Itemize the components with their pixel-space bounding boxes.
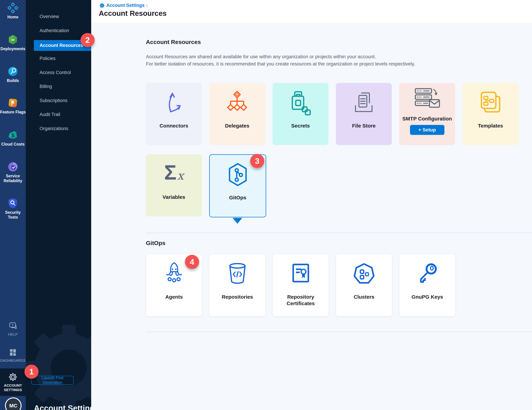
card-label: Agents	[165, 294, 183, 300]
service-reliability-icon	[0, 162, 26, 172]
breadcrumb: Account Settings ›	[99, 3, 148, 8]
file-store-icon	[351, 83, 376, 123]
sidebar-item-subscriptions[interactable]: Subscriptions	[39, 98, 67, 103]
rail-item-home[interactable]: Home	[0, 3, 26, 19]
section-divider-bottom	[146, 332, 532, 332]
home-icon	[0, 3, 26, 13]
main-content: Account Resources Account Resources are …	[91, 23, 532, 410]
help-icon: ?	[0, 322, 26, 331]
rail-item-security-tests[interactable]: Security Tests	[0, 198, 26, 220]
card-label: GnuPG Keys	[412, 294, 443, 300]
sidebar-item-policies[interactable]: Policies	[39, 56, 56, 61]
sidebar-item-label: Account Resources	[39, 43, 83, 48]
rail-item-service-reliability[interactable]: Service Reliability	[0, 162, 26, 183]
card-label: Delegates	[225, 123, 249, 129]
feature-flags-icon	[0, 98, 26, 108]
icon-rail: Home ∞ Deployments Builds	[0, 0, 26, 410]
card-label: GitOps	[229, 194, 246, 201]
card-templates[interactable]: Templates	[463, 83, 518, 145]
dashboards-icon	[0, 348, 26, 357]
launch-first-generation-button[interactable]: Launch First Generation	[31, 376, 74, 385]
description-line-2: For better isolation of resources, it is…	[146, 60, 415, 68]
sidebar-item-authentication[interactable]: Authentication	[39, 28, 69, 33]
secrets-icon	[287, 83, 314, 123]
rail-item-deployments[interactable]: ∞ Deployments	[0, 34, 26, 51]
card-repositories[interactable]: Repositories	[209, 254, 266, 316]
sidebar-item-access-control[interactable]: Access Control	[39, 70, 71, 75]
user-avatar[interactable]: MC	[5, 397, 21, 410]
section-description: Account Resources are shared and availab…	[146, 53, 415, 68]
breadcrumb-account-settings-link[interactable]: Account Settings	[106, 3, 144, 8]
rail-item-cloud-costs[interactable]: $ Cloud Costs	[0, 130, 26, 146]
rail-item-builds[interactable]: Builds	[0, 66, 26, 83]
security-tests-icon	[0, 198, 26, 209]
connectors-icon	[162, 83, 186, 123]
deployments-icon: ∞	[0, 34, 26, 45]
delegates-icon	[224, 83, 250, 123]
sidebar-item-overview[interactable]: Overview	[39, 14, 59, 19]
annotation-badge-4: 4	[185, 255, 199, 269]
annotation-badge-2: 2	[81, 33, 95, 47]
card-label: Connectors	[160, 123, 188, 129]
card-label: Templates	[478, 123, 503, 129]
settings-sidebar: Overview Authentication Account Resource…	[26, 0, 91, 410]
breadcrumb-separator: ›	[146, 3, 148, 8]
card-connectors[interactable]: Connectors	[146, 83, 202, 145]
card-variables[interactable]: Σx Variables	[146, 154, 202, 216]
agents-icon	[162, 254, 186, 294]
clusters-icon	[352, 254, 376, 294]
card-gnupg-keys[interactable]: GnuPG Keys	[399, 254, 456, 316]
rail-item-feature-flags[interactable]: Feature Flags	[0, 98, 26, 114]
settings-gear-icon	[99, 3, 104, 8]
svg-text:$: $	[11, 132, 14, 138]
smtp-setup-button[interactable]: + Setup	[410, 125, 444, 135]
card-label: File Store	[352, 123, 376, 129]
smtp-configuration-icon	[413, 83, 441, 116]
card-label: SMTP Configuration	[402, 116, 452, 122]
templates-icon	[478, 83, 503, 123]
sidebar-item-billing[interactable]: Billing	[39, 84, 52, 89]
gitops-icon	[226, 155, 250, 194]
card-secrets[interactable]: Secrets	[273, 83, 328, 145]
section-divider-top	[146, 233, 532, 233]
gitops-pointer-arrow	[233, 218, 242, 224]
card-label-line1: Repository	[287, 294, 315, 300]
description-line-1: Account Resources are shared and availab…	[146, 53, 415, 60]
card-file-store[interactable]: File Store	[336, 83, 392, 145]
rail-item-help[interactable]: ? HELP	[0, 322, 26, 337]
gnupg-keys-icon	[415, 254, 439, 294]
card-clusters[interactable]: Clusters	[336, 254, 392, 316]
variables-icon: Σx	[164, 154, 184, 194]
card-label: Clusters	[354, 294, 374, 300]
card-label: Variables	[162, 194, 185, 200]
rail-item-dashboards[interactable]: DASHBOARDS	[0, 348, 26, 363]
card-smtp-configuration[interactable]: SMTP Configuration + Setup	[399, 83, 455, 145]
annotation-badge-3: 3	[250, 154, 264, 168]
section-title: Account Resources	[146, 39, 201, 45]
builds-icon	[0, 66, 26, 77]
sidebar-item-organizations[interactable]: Organizations	[39, 126, 68, 131]
repository-certificates-icon	[289, 254, 313, 294]
page-title: Account Resources	[99, 9, 167, 18]
rail-item-account-settings[interactable]: ACCOUNT SETTINGS	[0, 372, 26, 392]
cloud-costs-icon: $	[0, 130, 26, 140]
card-label: Secrets	[291, 123, 310, 129]
gear-icon	[0, 372, 26, 382]
card-delegates[interactable]: Delegates	[209, 83, 265, 145]
card-repository-certificates[interactable]: Repository Certificates	[273, 254, 329, 316]
card-label: Repositories	[222, 294, 253, 300]
svg-text:?: ?	[11, 323, 14, 327]
repositories-icon	[225, 254, 249, 294]
svg-text:∞: ∞	[11, 37, 14, 42]
annotation-badge-1: 1	[24, 365, 38, 379]
gitops-section-title: GitOps	[146, 240, 165, 246]
sidebar-footer-title: Account Settings	[34, 403, 91, 410]
sidebar-item-audit-trail[interactable]: Audit Trail	[39, 112, 60, 117]
card-label-line2: Certificates	[287, 300, 315, 307]
card-label: Repository Certificates	[287, 294, 315, 307]
